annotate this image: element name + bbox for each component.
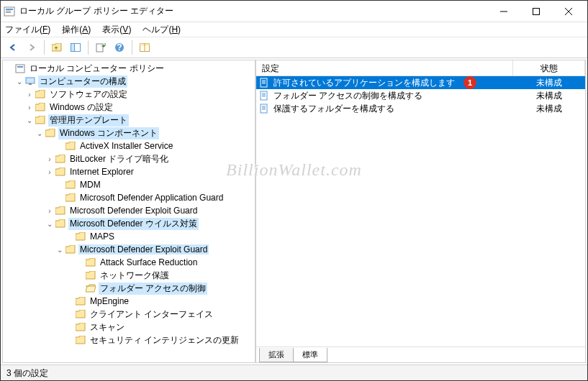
forward-button[interactable] <box>24 40 40 55</box>
tree-label: コンピューターの構成 <box>38 75 127 88</box>
tree-label: BitLocker ドライブ暗号化 <box>68 153 170 165</box>
tree-mdm[interactable]: MDM <box>4 178 253 191</box>
tree-label: Windows の設定 <box>48 101 114 114</box>
folder-icon <box>75 334 86 346</box>
tree-label: Internet Explorer <box>68 167 135 177</box>
menu-view[interactable]: 表示(V) <box>102 24 131 36</box>
tree-label: ActiveX Installer Service <box>78 141 174 151</box>
folder-icon <box>65 140 76 152</box>
export-button[interactable] <box>93 40 109 55</box>
list-body[interactable]: 許可されているアプリケーションを構成します1未構成フォルダー アクセスの制御を構… <box>256 76 585 346</box>
close-button[interactable] <box>552 1 584 22</box>
tree-mdag[interactable]: Microsoft Defender Application Guard <box>4 191 253 204</box>
tree-win-components[interactable]: Windows コンポーネント <box>4 127 253 139</box>
svg-text:?: ? <box>117 42 122 52</box>
tree-label: MDM <box>78 180 102 190</box>
svg-rect-16 <box>16 65 24 73</box>
menu-action[interactable]: 操作(A) <box>62 24 91 36</box>
list-item-text: 保護するフォルダーを構成する <box>273 103 513 115</box>
tree-asr[interactable]: Attack Surface Reduction <box>4 256 253 269</box>
list-item-state: 未構成 <box>513 77 585 89</box>
svg-rect-3 <box>6 12 11 13</box>
folder-icon <box>75 321 86 333</box>
list-item-text: 許可されているアプリケーションを構成します1 <box>273 76 513 89</box>
tree-computer-config[interactable]: コンピューターの構成 <box>4 75 253 88</box>
list-row[interactable]: 許可されているアプリケーションを構成します1未構成 <box>256 76 585 89</box>
content-area: ローカル コンピューター ポリシー コンピューターの構成 ソフトウェアの設定 W… <box>1 58 587 364</box>
folder-icon <box>85 270 96 281</box>
help-button[interactable]: ? <box>112 40 127 55</box>
list-pane: 設定 状態 許可されているアプリケーションを構成します1未構成フォルダー アクセ… <box>255 60 586 363</box>
folder-icon <box>35 114 46 126</box>
folder-icon <box>75 295 86 307</box>
svg-rect-28 <box>261 104 267 113</box>
list-item-state: 未構成 <box>513 103 585 115</box>
tree-scroll[interactable]: ローカル コンピューター ポリシー コンピューターの構成 ソフトウェアの設定 W… <box>3 60 255 362</box>
tree-maps[interactable]: MAPS <box>4 230 253 243</box>
minimize-button[interactable] <box>487 1 520 22</box>
tree-netprotect[interactable]: ネットワーク保護 <box>4 269 253 282</box>
folder-icon <box>75 231 86 242</box>
svg-rect-10 <box>96 44 103 52</box>
menu-file[interactable]: ファイル(F) <box>5 24 50 36</box>
list-item-text: フォルダー アクセスの制御を構成する <box>273 90 513 102</box>
folder-icon <box>65 244 76 255</box>
tree-folder-access[interactable]: フォルダー アクセスの制御 <box>4 282 253 295</box>
tree-label: ネットワーク保護 <box>99 270 171 282</box>
tree-ie[interactable]: Internet Explorer <box>4 165 253 178</box>
app-icon <box>4 6 15 17</box>
tree-mdeg2[interactable]: Microsoft Defender Exploit Guard <box>4 243 253 256</box>
toolbar: ? <box>1 37 587 58</box>
status-text: 3 個の設定 <box>6 368 48 378</box>
tree-label: Microsoft Defender Exploit Guard <box>68 206 199 216</box>
menu-bar: ファイル(F) 操作(A) 表示(V) ヘルプ(H) <box>1 22 587 37</box>
tree-label: スキャン <box>89 321 126 334</box>
column-setting[interactable]: 設定 <box>256 60 513 75</box>
maximize-button[interactable] <box>520 1 552 22</box>
annotation-badge: 1 <box>463 76 476 89</box>
tree-mdeg1[interactable]: Microsoft Defender Exploit Guard <box>4 204 253 217</box>
svg-rect-18 <box>26 78 35 83</box>
folder-icon <box>55 205 66 216</box>
folder-icon <box>75 308 86 320</box>
tree-activex[interactable]: ActiveX Installer Service <box>4 139 253 152</box>
folder-icon <box>35 101 46 113</box>
svg-rect-2 <box>6 11 11 12</box>
tab-extended[interactable]: 拡張 <box>259 348 294 362</box>
filter-button[interactable] <box>137 40 153 55</box>
tree-root[interactable]: ローカル コンピューター ポリシー <box>4 62 253 75</box>
tree-mpengine[interactable]: MpEngine <box>4 295 253 308</box>
show-hide-tree-button[interactable] <box>68 40 83 55</box>
tree-admin-templates[interactable]: 管理用テンプレート <box>4 114 253 127</box>
policy-icon <box>14 63 26 74</box>
window-title: ローカル グループ ポリシー エディター <box>19 5 487 17</box>
computer-icon <box>24 75 36 87</box>
tree-label: Attack Surface Reduction <box>99 257 199 267</box>
tree-client-ui[interactable]: クライアント インターフェイス <box>4 308 253 321</box>
svg-rect-19 <box>29 83 32 85</box>
list-tabs: 拡張 標準 <box>256 346 585 362</box>
tree-label: Microsoft Defender Application Guard <box>78 193 225 203</box>
list-row[interactable]: 保護するフォルダーを構成する未構成 <box>256 102 585 115</box>
tree-label: Microsoft Defender ウイルス対策 <box>68 218 199 230</box>
tree-scan[interactable]: スキャン <box>4 321 253 334</box>
tree-windows-settings[interactable]: Windows の設定 <box>4 101 253 114</box>
tree-sec-intel[interactable]: セキュリティ インテリジェンスの更新 <box>4 334 253 346</box>
folder-icon <box>55 218 66 229</box>
title-bar: ローカル グループ ポリシー エディター <box>1 1 587 22</box>
back-button[interactable] <box>5 40 21 55</box>
tree-md-av[interactable]: Microsoft Defender ウイルス対策 <box>4 217 253 230</box>
svg-rect-24 <box>261 91 267 100</box>
tree-label: セキュリティ インテリジェンスの更新 <box>89 334 240 346</box>
up-button[interactable] <box>49 40 65 55</box>
list-row[interactable]: フォルダー アクセスの制御を構成する未構成 <box>256 89 585 102</box>
tree-label: Windows コンポーネント <box>58 127 159 139</box>
folder-icon <box>65 179 76 190</box>
menu-help[interactable]: ヘルプ(H) <box>143 24 181 36</box>
tree-bitlocker[interactable]: BitLocker ドライブ暗号化 <box>4 152 253 165</box>
svg-rect-9 <box>71 44 75 52</box>
tab-standard[interactable]: 標準 <box>293 348 327 362</box>
column-state[interactable]: 状態 <box>513 60 585 75</box>
tree-software-settings[interactable]: ソフトウェアの設定 <box>4 88 253 101</box>
tree-label: 管理用テンプレート <box>48 114 129 127</box>
